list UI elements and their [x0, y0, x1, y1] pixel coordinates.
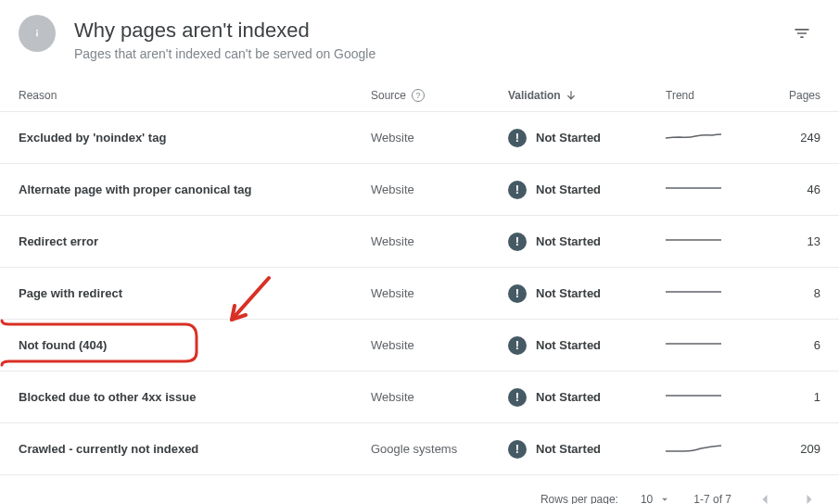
cell-pages: 209: [749, 442, 820, 456]
cell-validation: ! Not Started: [508, 284, 666, 303]
cell-trend: [666, 283, 749, 304]
validation-status: Not Started: [536, 286, 601, 300]
table-row[interactable]: Not found (404) Website ! Not Started 6: [0, 320, 839, 372]
page-range: 1-7 of 7: [693, 493, 731, 504]
sparkline: [666, 179, 721, 197]
page-header: Why pages aren't indexed Pages that aren…: [0, 0, 839, 80]
exclamation-icon: !: [508, 129, 527, 147]
pagination: Rows per page: 10 1-7 of 7: [0, 475, 839, 504]
prev-page-button[interactable]: [754, 488, 776, 504]
exclamation-icon: !: [508, 233, 527, 251]
validation-status: Not Started: [536, 390, 601, 404]
cell-trend: [666, 231, 749, 252]
cell-validation: ! Not Started: [508, 336, 666, 355]
svg-point-0: [36, 30, 38, 32]
exclamation-icon: !: [508, 388, 527, 407]
exclamation-icon: !: [508, 336, 527, 355]
col-header-reason[interactable]: Reason: [19, 89, 371, 102]
sparkline: [666, 231, 721, 249]
cell-pages: 46: [749, 183, 820, 196]
cell-trend: [666, 127, 749, 148]
sparkline: [666, 283, 721, 301]
rows-per-page-select[interactable]: 10: [641, 493, 671, 504]
exclamation-icon: !: [508, 181, 527, 199]
rows-per-page-label: Rows per page:: [540, 493, 618, 504]
cell-reason: Redirect error: [19, 234, 371, 248]
table-row[interactable]: Crawled - currently not indexed Google s…: [0, 423, 839, 475]
svg-rect-1: [36, 32, 38, 37]
filter-button[interactable]: [783, 15, 820, 52]
cell-validation: ! Not Started: [508, 440, 666, 459]
rows-per-page-value: 10: [641, 493, 653, 504]
cell-reason: Blocked due to other 4xx issue: [19, 390, 371, 404]
cell-pages: 1: [749, 390, 820, 404]
cell-validation: ! Not Started: [508, 181, 666, 199]
cell-source: Website: [371, 338, 508, 352]
cell-trend: [666, 386, 749, 408]
col-header-validation[interactable]: Validation: [508, 89, 666, 102]
sparkline: [666, 127, 721, 145]
validation-status: Not Started: [536, 183, 601, 196]
sparkline: [666, 334, 721, 353]
table-row[interactable]: Excluded by 'noindex' tag Website ! Not …: [0, 112, 839, 164]
arrow-down-icon: [565, 89, 578, 102]
col-header-pages[interactable]: Pages: [749, 89, 820, 102]
cell-validation: ! Not Started: [508, 388, 666, 407]
table-row[interactable]: Page with redirect Website ! Not Started…: [0, 268, 839, 320]
chevron-down-icon: [658, 493, 671, 504]
exclamation-icon: !: [508, 284, 527, 303]
cell-reason: Alternate page with proper canonical tag: [19, 183, 371, 196]
cell-source: Website: [371, 234, 508, 248]
cell-reason: Page with redirect: [19, 286, 371, 300]
cell-validation: ! Not Started: [508, 233, 666, 251]
cell-source: Website: [371, 286, 508, 300]
cell-pages: 249: [749, 131, 820, 145]
col-header-trend[interactable]: Trend: [666, 89, 749, 102]
table-row[interactable]: Redirect error Website ! Not Started 13: [0, 216, 839, 268]
info-icon: [19, 15, 56, 52]
validation-status: Not Started: [536, 338, 601, 352]
cell-pages: 6: [749, 338, 820, 352]
col-header-source-label: Source: [371, 89, 406, 102]
cell-pages: 13: [749, 234, 820, 248]
validation-status: Not Started: [536, 442, 601, 456]
exclamation-icon: !: [508, 440, 527, 459]
cell-reason: Not found (404): [19, 338, 371, 352]
page-subtitle: Pages that aren't indexed can't be serve…: [74, 46, 783, 61]
cell-trend: [666, 334, 749, 356]
col-header-source[interactable]: Source ?: [371, 89, 508, 102]
cell-pages: 8: [749, 286, 820, 300]
page-title: Why pages aren't indexed: [74, 19, 783, 43]
cell-source: Google systems: [371, 442, 508, 456]
cell-validation: ! Not Started: [508, 129, 666, 147]
sparkline: [666, 438, 721, 457]
cell-reason: Crawled - currently not indexed: [19, 442, 371, 456]
col-header-validation-label: Validation: [508, 89, 561, 102]
validation-status: Not Started: [536, 234, 601, 248]
cell-trend: [666, 179, 749, 200]
next-page-button[interactable]: [798, 488, 820, 504]
help-icon[interactable]: ?: [412, 89, 425, 102]
table-header-row: Reason Source ? Validation Trend Pages: [0, 80, 839, 112]
validation-status: Not Started: [536, 131, 601, 145]
index-issues-table: Reason Source ? Validation Trend Pages E…: [0, 80, 839, 475]
cell-trend: [666, 438, 749, 460]
cell-source: Website: [371, 183, 508, 196]
cell-source: Website: [371, 131, 508, 145]
cell-source: Website: [371, 390, 508, 404]
cell-reason: Excluded by 'noindex' tag: [19, 131, 371, 145]
table-row[interactable]: Alternate page with proper canonical tag…: [0, 164, 839, 216]
sparkline: [666, 386, 721, 405]
table-row[interactable]: Blocked due to other 4xx issue Website !…: [0, 372, 839, 423]
